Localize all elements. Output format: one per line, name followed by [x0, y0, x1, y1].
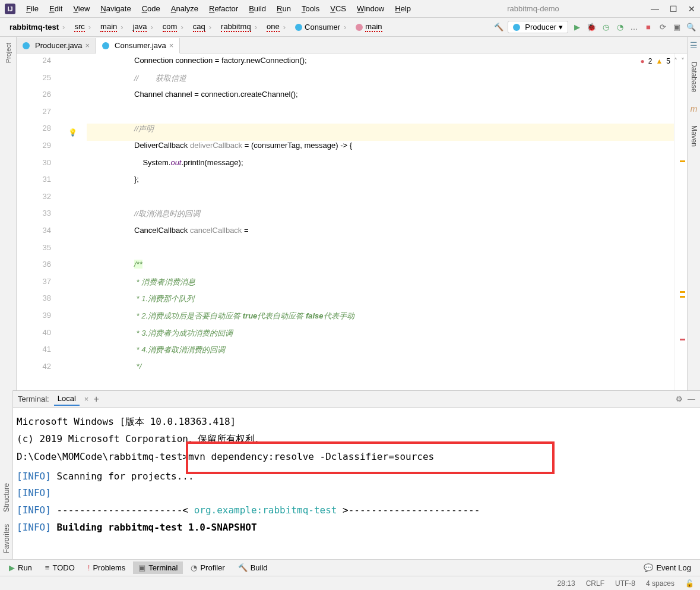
close-tab-icon[interactable]: × [85, 41, 90, 50]
tool-todo[interactable]: ≡TODO [40, 561, 80, 574]
warning-mark[interactable] [680, 296, 685, 298]
menu-window[interactable]: Window [352, 2, 389, 15]
breadcrumb-item[interactable]: Consumer [289, 21, 350, 33]
menu-file[interactable]: File [21, 2, 43, 15]
error-stripe[interactable]: ●2 ▲5 ˄ ˅ [674, 53, 687, 390]
search-icon[interactable]: 🔍 [686, 22, 696, 33]
code-line[interactable]: /** [87, 260, 674, 277]
menu-build[interactable]: Build [244, 2, 271, 15]
breadcrumb-item[interactable]: rabbitmq [215, 21, 261, 33]
code-line[interactable]: DeliverCallback deliverCallback = (consu… [87, 141, 674, 158]
new-terminal-icon[interactable]: + [93, 394, 99, 405]
menu-code[interactable]: Code [137, 2, 165, 15]
code-line[interactable] [87, 107, 674, 124]
menu-edit[interactable]: Edit [45, 2, 67, 15]
run-anything-icon[interactable]: ▣ [672, 22, 682, 33]
indent-setting[interactable]: 4 spaces [646, 579, 674, 588]
code-line[interactable] [87, 243, 674, 260]
profile-icon[interactable]: ◔ [615, 22, 625, 33]
code-line[interactable]: CancelCallback cancelCallback = [87, 226, 674, 243]
tool-profiler[interactable]: ◔Profiler [185, 561, 230, 574]
structure-tool-tab[interactable]: Structure [1, 477, 12, 518]
code-line[interactable]: Channel channel = connection.createChann… [87, 90, 674, 107]
code-line[interactable]: System.out.println(message); [87, 158, 674, 175]
attach-icon[interactable]: … [629, 22, 639, 33]
terminal-tab-local[interactable]: Local [54, 392, 80, 406]
code-line[interactable]: * 3.消费者为成功消费的回调 [87, 328, 674, 345]
code-line[interactable]: * 2.消费成功后是否要自动应答 true代表自动应答 false代表手动 [87, 311, 674, 328]
event-log[interactable]: 💬Event Log [638, 561, 696, 574]
code-line[interactable]: Connection connection = factory.newConne… [87, 56, 674, 73]
menu-refactor[interactable]: Refactor [204, 2, 243, 15]
menu-vcs[interactable]: VCS [325, 2, 351, 15]
breadcrumb-item[interactable]: src [68, 21, 94, 33]
warning-mark[interactable] [680, 160, 685, 162]
code-editor[interactable]: Connection connection = factory.newConne… [87, 53, 674, 390]
file-icon [23, 42, 30, 49]
breadcrumb: rabbitmq-testsrcmainjavacomcaqrabbitmqon… [4, 21, 493, 33]
intention-bulb-icon[interactable]: 💡 [68, 128, 77, 137]
maven-tool-tab[interactable]: Maven [689, 123, 699, 149]
menu-tools[interactable]: Tools [297, 2, 324, 15]
hammer-icon[interactable]: 🔨 [493, 22, 504, 33]
coverage-icon[interactable]: ◷ [600, 22, 611, 33]
breadcrumb-item[interactable]: com [157, 21, 187, 33]
warning-mark[interactable] [680, 291, 685, 293]
stop-icon[interactable]: ■ [643, 22, 654, 33]
tool-build[interactable]: 🔨Build [233, 561, 273, 574]
titlebar: IJ FileEditViewNavigateCodeAnalyzeRefact… [0, 0, 700, 18]
terminal-output[interactable]: Microsoft Windows [版本 10.0.18363.418](c)… [13, 408, 700, 559]
down-arrow-icon[interactable]: ˅ [681, 57, 685, 65]
close-icon[interactable]: ✕ [688, 4, 695, 14]
bottom-toolbar: ▶Run≡TODO!Problems▣Terminal◔Profiler🔨Bui… [0, 559, 700, 576]
tool-run[interactable]: ▶Run [4, 561, 37, 574]
editor-tab[interactable]: Consumer.java× [96, 38, 180, 53]
code-line[interactable]: //声明 [87, 124, 674, 141]
breadcrumb-item[interactable]: java [127, 21, 157, 33]
terminal-tab-close-icon[interactable]: × [84, 395, 89, 403]
maven-icon[interactable]: m [691, 104, 698, 113]
gear-icon[interactable]: ⚙ [676, 395, 683, 403]
code-line[interactable] [87, 192, 674, 209]
run-icon[interactable]: ▶ [572, 22, 582, 33]
maximize-icon[interactable]: ☐ [670, 4, 677, 14]
update-icon[interactable]: ⟳ [657, 22, 668, 33]
favorites-tool-tab[interactable]: Favorites [1, 518, 12, 559]
code-line[interactable]: * 1.消费那个队列 [87, 294, 674, 311]
run-configuration-selector[interactable]: Producer ▾ [508, 21, 568, 33]
close-tab-icon[interactable]: × [169, 41, 174, 50]
code-line[interactable]: }; [87, 175, 674, 192]
breadcrumb-item[interactable]: one [261, 21, 289, 33]
code-line[interactable]: //取消消息时的回调 [87, 209, 674, 226]
code-line[interactable]: // 获取信道 [87, 73, 674, 90]
line-separator[interactable]: CRLF [586, 579, 604, 588]
minimize-icon[interactable]: — [651, 4, 659, 14]
hide-panel-icon[interactable]: — [688, 395, 695, 403]
file-encoding[interactable]: UTF-8 [615, 579, 635, 588]
breadcrumb-item[interactable]: main [350, 21, 389, 33]
database-tool-tab[interactable]: Database [689, 59, 699, 94]
navigation-toolbar: rabbitmq-testsrcmainjavacomcaqrabbitmqon… [0, 18, 700, 37]
code-line[interactable]: */ [87, 362, 674, 379]
tool-problems[interactable]: !Problems [83, 561, 131, 574]
menu-help[interactable]: Help [390, 2, 416, 15]
tool-terminal[interactable]: ▣Terminal [133, 561, 183, 574]
editor-tab[interactable]: Producer.java× [17, 38, 96, 53]
debug-icon[interactable]: 🐞 [586, 22, 597, 33]
menu-view[interactable]: View [68, 2, 94, 15]
error-mark[interactable] [680, 339, 685, 340]
breadcrumb-item[interactable]: caq [187, 21, 215, 33]
menu-navigate[interactable]: Navigate [96, 2, 135, 15]
database-icon[interactable]: ☰ [690, 40, 698, 50]
line-number-gutter: 24252627282930313233343536373839404142 [17, 53, 58, 390]
menu-run[interactable]: Run [272, 2, 296, 15]
breadcrumb-item[interactable]: rabbitmq-test [4, 21, 68, 33]
code-line[interactable]: * 消费者消费消息 [87, 277, 674, 294]
code-line[interactable]: * 4.消费者取消消费的回调 [87, 345, 674, 362]
caret-position[interactable]: 28:13 [558, 579, 575, 588]
up-arrow-icon[interactable]: ˄ [674, 57, 677, 65]
project-tool-tab[interactable]: Project [4, 39, 13, 67]
breadcrumb-item[interactable]: main [94, 21, 127, 33]
menu-analyze[interactable]: Analyze [166, 2, 203, 15]
readonly-lock-icon[interactable]: 🔓 [685, 579, 694, 588]
